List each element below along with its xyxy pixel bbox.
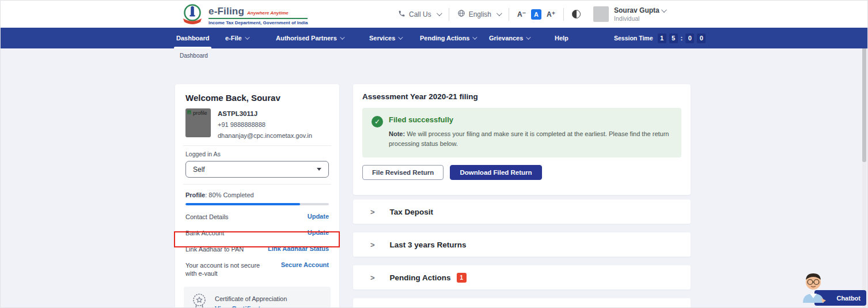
session-digit: 5: [669, 33, 678, 43]
accordion-last-3-years-returns[interactable]: > Last 3 years Returns: [353, 232, 691, 257]
contact-details-row: Contact Details Update: [185, 213, 329, 221]
language-label: English: [469, 10, 491, 18]
contrast-toggle-icon[interactable]: [572, 10, 581, 18]
user-role: Individual: [614, 15, 665, 22]
filed-success-note: Note: We will process your filing and ma…: [389, 129, 672, 149]
link-aadhaar-status-link[interactable]: Link Aadhaar Status: [268, 245, 329, 252]
profile-progress-fill: [185, 203, 300, 205]
profile-photo-alt-text: profile: [193, 110, 207, 116]
pending-actions-count-badge: 1: [457, 273, 467, 283]
download-filed-return-button[interactable]: Download Filed Return: [450, 165, 541, 180]
session-digit: 0: [697, 33, 706, 43]
call-us-label: Call Us: [409, 10, 431, 18]
logged-in-as-value: Self: [193, 166, 205, 174]
view-certificate-link[interactable]: View Certificate: [215, 305, 287, 308]
chevron-down-icon: [473, 35, 477, 39]
font-increase-button[interactable]: A⁺: [547, 10, 555, 18]
bank-account-update-link[interactable]: Update: [308, 229, 329, 236]
nav-grievances[interactable]: Grievances: [489, 28, 529, 48]
accordion-pending-actions[interactable]: > Pending Actions 1: [353, 265, 691, 290]
nav-help[interactable]: Help: [555, 28, 568, 48]
accordion-tax-deposit[interactable]: > Tax Deposit: [353, 200, 691, 224]
nav-authorised-partners[interactable]: Authorised Partners: [276, 28, 343, 48]
user-name: Sourav Gupta: [614, 6, 659, 14]
session-colon: :: [681, 35, 683, 42]
session-time-label: Session Time: [614, 35, 653, 42]
profile-completion-label: Profile: 80% Completed: [185, 191, 329, 198]
session-digit: 0: [685, 33, 694, 43]
phone-icon: [398, 10, 405, 19]
chatbot-label: Chatbot: [836, 295, 861, 302]
chevron-down-icon: [526, 35, 530, 39]
note-text: We will process your filing and make sur…: [389, 130, 669, 147]
file-revised-return-button[interactable]: File Revised Return: [362, 165, 444, 180]
certificate-title: Certificate of Appreciation: [215, 295, 287, 302]
breadcrumb[interactable]: Dashboard: [180, 52, 208, 59]
brand-tagline: Anywhere Anytime: [247, 10, 289, 16]
session-digit: 1: [658, 33, 666, 43]
language-menu[interactable]: English: [457, 9, 501, 19]
divider: [563, 8, 564, 21]
brand-text: e-Filing Anywhere Anytime Income Tax Dep…: [209, 6, 308, 25]
email-address: dhananjay@cpc.incometax.gov.in: [218, 132, 312, 139]
divider: [183, 145, 331, 146]
chevron-down-icon: [496, 10, 502, 16]
welcome-heading: Welcome Back, Sourav: [185, 93, 329, 103]
nav-dashboard[interactable]: Dashboard: [176, 28, 209, 48]
efiling-dashboard-screen: e-Filing Anywhere Anytime Income Tax Dep…: [0, 0, 868, 308]
rosette-icon: [191, 292, 208, 308]
note-label: Note:: [389, 130, 405, 137]
chevron-down-icon: [661, 7, 667, 13]
font-decrease-button[interactable]: A⁻: [517, 10, 526, 18]
brand-name: e-Filing: [209, 6, 244, 17]
divider: [183, 184, 331, 185]
secure-account-link[interactable]: Secure Account: [281, 261, 329, 268]
filing-status-card: Assessment Year 2020-21 filing ✓ Filed s…: [353, 84, 691, 195]
accordion-recent-forms-filed[interactable]: > Recent Forms Filed: [353, 298, 691, 308]
efiling-logo[interactable]: e-Filing Anywhere Anytime Income Tax Dep…: [181, 3, 308, 28]
chevron-down-icon: [317, 168, 321, 171]
font-default-button[interactable]: A: [531, 9, 541, 20]
chevron-down-icon: [398, 35, 403, 39]
check-circle-icon: ✓: [372, 116, 383, 127]
logged-in-as-label: Logged in As: [185, 151, 329, 157]
evault-label: Your account is not secure with e-vault: [185, 261, 272, 279]
chevron-right-icon: >: [370, 208, 375, 216]
filing-buttons: File Revised Return Download Filed Retur…: [362, 165, 681, 180]
user-menu[interactable]: Sourav Gupta Individual: [593, 6, 665, 22]
evault-row: Your account is not secure with e-vault …: [185, 261, 329, 279]
profile-summary: profile ASTPL3011J +91 9888888888 dhanan…: [185, 108, 329, 139]
chevron-right-icon: >: [370, 306, 375, 308]
profile-photo-broken: profile: [185, 108, 211, 137]
divider: [449, 8, 449, 21]
pan-number: ASTPL3011J: [218, 110, 312, 117]
globe-icon: [457, 9, 465, 19]
bank-account-row: Bank Account Update: [185, 229, 329, 238]
link-aadhaar-label: Link Aadhaar to PAN: [185, 245, 244, 254]
session-timer: Session Time 1 5 : 0 0: [614, 28, 706, 48]
filing-card-title: Assessment Year 2020-21 filing: [362, 92, 681, 101]
top-header: e-Filing Anywhere Anytime Income Tax Dep…: [1, 1, 868, 28]
chevron-down-icon: [245, 35, 249, 39]
nav-efile[interactable]: e-File: [225, 28, 248, 48]
chevron-right-icon: >: [370, 273, 375, 282]
chevron-down-icon: [340, 35, 344, 39]
logged-in-as-select[interactable]: Self: [185, 161, 329, 178]
chevron-right-icon: >: [370, 241, 375, 249]
divider: [509, 8, 509, 21]
emblem-icon: [181, 3, 204, 28]
link-aadhaar-row: Link Aadhaar to PAN Link Aadhaar Status: [185, 245, 329, 254]
chatbot-avatar-icon: [797, 269, 829, 307]
font-size-controls: A⁻ A A⁺: [517, 9, 555, 20]
broken-image-icon: [187, 110, 192, 116]
contact-details-label: Contact Details: [185, 213, 229, 221]
main-navbar: Dashboard e-File Authorised Partners Ser…: [1, 28, 868, 48]
filed-success-banner: ✓ Filed successfully Note: We will proce…: [362, 108, 681, 157]
profile-card: Welcome Back, Sourav profile ASTPL3011J …: [175, 84, 339, 308]
certificate-box: Certificate of Appreciation View Certifi…: [184, 287, 331, 308]
profile-progress-track: [185, 203, 329, 205]
call-us-menu[interactable]: Call Us: [398, 10, 441, 19]
nav-services[interactable]: Services: [369, 28, 401, 48]
contact-details-update-link[interactable]: Update: [308, 213, 329, 220]
nav-pending-actions[interactable]: Pending Actions: [420, 28, 476, 48]
